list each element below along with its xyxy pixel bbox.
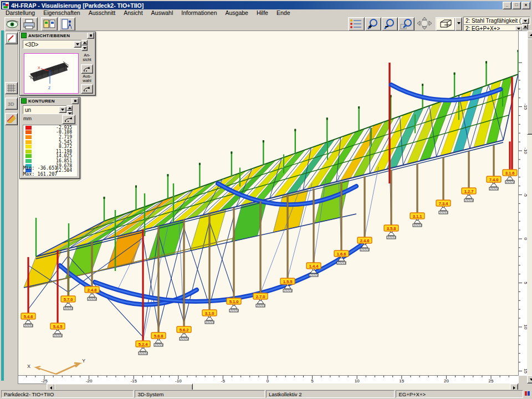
- sketch-tool-button[interactable]: [5, 32, 18, 44]
- display-options-button[interactable]: [348, 17, 365, 31]
- konturen-panel-title: KONTUREN: [28, 99, 55, 104]
- svg-text:-5: -5: [221, 378, 226, 383]
- chevron-down-icon: [517, 28, 520, 30]
- svg-text:-15: -15: [523, 104, 527, 110]
- panel-icon: [21, 98, 27, 104]
- unit-apply-button[interactable]: [62, 115, 75, 124]
- result-combobox-arrow[interactable]: [521, 18, 529, 24]
- ansicht-panel-titlebar[interactable]: ANSICHT/EBENEN: [20, 32, 95, 39]
- svg-text:3D: 3D: [8, 101, 14, 107]
- legend-row: -2.935: [23, 125, 76, 130]
- print-button[interactable]: [21, 17, 38, 31]
- view-spinner[interactable]: [81, 40, 88, 51]
- view-select-arrow[interactable]: [74, 41, 81, 48]
- exit-button[interactable]: [59, 17, 75, 31]
- menu-item-eigenschaften[interactable]: Eigenschaften: [43, 9, 80, 16]
- zoom-rect-icon: [398, 18, 414, 30]
- svg-text:3.1.0: 3.1.0: [205, 311, 214, 316]
- minimize-button[interactable]: _: [503, 2, 511, 9]
- curved-arrow-icon: [81, 85, 93, 93]
- toolbar: 2: Stahl Tragfähigkeit (Th. 2. O 2: EG+P…: [1, 17, 531, 30]
- vertical-scroll-thumb[interactable]: [527, 38, 532, 135]
- mesh-panel-button[interactable]: [5, 82, 18, 94]
- contour-type-combobox[interactable]: un: [23, 105, 68, 114]
- view-cube-button[interactable]: [436, 17, 456, 31]
- load-rays-icon: [6, 114, 17, 125]
- menu-item-ausgabe[interactable]: Ausgabe: [226, 9, 248, 16]
- ansicht-apply-button[interactable]: [81, 64, 93, 74]
- menu-item-auswahl[interactable]: Auswahl: [151, 9, 173, 16]
- status-bar: Parkdeck2- TIO+TIIO3D-SystemLastkollekti…: [1, 390, 531, 398]
- svg-text:5.8.8: 5.8.8: [154, 334, 163, 339]
- close-button[interactable]: x: [521, 2, 530, 9]
- vertical-ruler-scale: -15-10-5051015: [519, 31, 527, 376]
- ansicht-label: An-sicht: [80, 53, 94, 63]
- vertical-scrollbar[interactable]: [527, 30, 532, 383]
- zoom-out-button[interactable]: [381, 17, 398, 31]
- konturen-panel-titlebar[interactable]: KONTUREN: [20, 98, 80, 104]
- menu-item-hilfe[interactable]: Hilfe: [257, 9, 268, 16]
- spin-down-icon: [83, 47, 86, 49]
- mesh-grid-icon: [6, 83, 17, 94]
- view-select-combobox[interactable]: <3D>: [23, 40, 83, 49]
- legend-row: 5.545: [23, 140, 76, 145]
- zoom-in-icon: [365, 18, 381, 30]
- eye-icon: [5, 18, 21, 30]
- horizontal-ruler: -25-20-15-10-50510152025: [18, 375, 519, 384]
- pan-cross-icon: [416, 17, 433, 30]
- zoom-out-icon: [382, 18, 397, 30]
- main-area: 3D 5.4.65.4.55.7.02.4.85.2.45.8.85.6.23.…: [1, 30, 531, 381]
- curved-arrow-icon: [63, 115, 75, 124]
- panel-icon: [21, 33, 27, 38]
- maximize-button[interactable]: □: [512, 2, 521, 9]
- konturen-panel-close-button[interactable]: [71, 98, 79, 104]
- svg-text:3.5.8: 3.5.8: [387, 226, 396, 231]
- window-title: 4H-FRAP - Visualisierung [Parkdeck2- TIO…: [11, 2, 144, 9]
- legend-swatch: [25, 159, 32, 163]
- result-combobox-value: 2: Stahl Tragfähigkeit (Th. 2. O: [466, 18, 530, 24]
- menu-item-ende[interactable]: Ende: [277, 9, 290, 16]
- legend-min: Min: -36.651: [23, 165, 57, 171]
- svg-text:20: 20: [444, 378, 449, 383]
- 3d-panel-button[interactable]: 3D: [5, 98, 18, 110]
- menu-item-darstellung[interactable]: Darstellung: [6, 9, 35, 16]
- svg-text:7.4.0: 7.4.0: [489, 177, 499, 182]
- contour-type-arrow[interactable]: [59, 106, 66, 113]
- ansicht-panel-close-button[interactable]: [87, 32, 94, 39]
- svg-text:15: 15: [523, 369, 527, 374]
- legend-swatch: [25, 135, 32, 139]
- view-preview-box[interactable]: X Z: [24, 53, 79, 94]
- auswahl-apply-button[interactable]: [81, 84, 93, 94]
- close-icon: [74, 100, 76, 102]
- legend-swatch: [25, 130, 32, 134]
- zoom-in-button[interactable]: [365, 17, 381, 31]
- pencil-icon: [6, 33, 17, 44]
- auswahl-label: Aus-wahl: [80, 74, 94, 84]
- menu-item-ausschnitt[interactable]: Ausschnitt: [89, 9, 115, 16]
- svg-text:-25: -25: [41, 378, 48, 383]
- view-cube-dropdown[interactable]: [455, 17, 462, 31]
- svg-text:Y: Y: [82, 358, 85, 364]
- structure-thumbnail: X Z: [24, 54, 77, 92]
- curved-arrow-icon: [81, 65, 93, 73]
- left-panel-strip: 3D: [1, 30, 18, 381]
- pan-control[interactable]: [416, 17, 433, 30]
- app-icon: [2, 2, 9, 9]
- menu-item-informationen[interactable]: Informationen: [181, 9, 217, 16]
- menu-item-ansicht[interactable]: Ansicht: [124, 9, 142, 16]
- svg-text:7.3.4: 7.3.4: [439, 201, 449, 206]
- svg-text:5.6.2: 5.6.2: [180, 328, 189, 332]
- scroll-up-button[interactable]: [527, 30, 532, 39]
- view-button[interactable]: [4, 17, 21, 31]
- svg-text:1.4.4: 1.4.4: [309, 264, 319, 269]
- scroll-down-button[interactable]: [527, 375, 532, 383]
- svg-text:1.2.7: 1.2.7: [464, 189, 474, 194]
- zoom-window-button[interactable]: [398, 17, 415, 31]
- chevron-down-icon: [76, 43, 79, 45]
- load-panel-button[interactable]: [5, 113, 18, 125]
- svg-text:X: X: [27, 364, 30, 369]
- arrow-down-icon: [530, 378, 532, 381]
- pages-button[interactable]: [41, 17, 58, 31]
- result-combobox[interactable]: 2: Stahl Tragfähigkeit (Th. 2. O: [463, 17, 530, 25]
- konturen-panel: KONTUREN un mm -2.935-0.1082.7195.5458.3…: [19, 97, 80, 179]
